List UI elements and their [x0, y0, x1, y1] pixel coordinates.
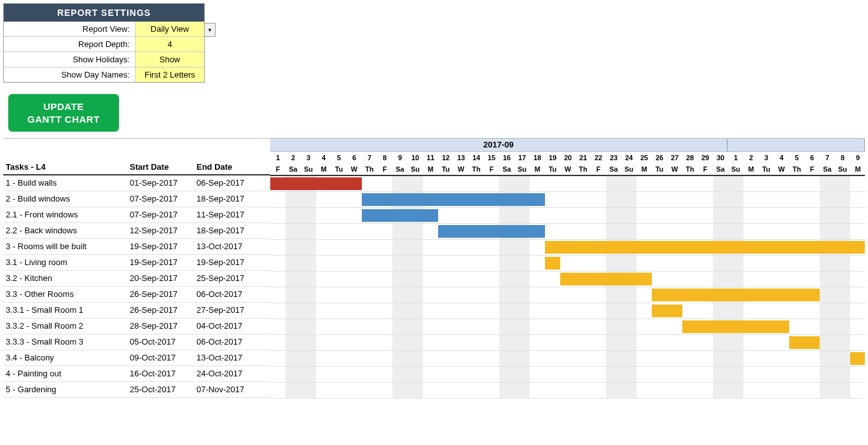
gantt-bar[interactable] [652, 305, 682, 317]
gantt-bar[interactable] [362, 193, 545, 206]
day-bg [286, 383, 301, 398]
gantt-bar[interactable] [438, 225, 545, 238]
day-bg [301, 192, 316, 207]
day-bg [698, 383, 713, 398]
day-bg [850, 192, 865, 207]
day-bg [774, 383, 789, 398]
day-name: F [270, 163, 286, 176]
day-bg [560, 303, 575, 318]
task-row: 3 - Rooms will be built19-Sep-201713-Oct… [3, 239, 270, 255]
day-bg [392, 224, 408, 239]
month-label-next [727, 139, 865, 151]
day-bg [713, 208, 728, 223]
day-bg [362, 287, 377, 303]
day-bg [621, 224, 637, 239]
col-header-task: Tasks - L4 [3, 162, 130, 174]
day-bg [301, 287, 316, 303]
update-gantt-button[interactable]: UPDATE GANTT CHART [8, 94, 119, 132]
day-bg [774, 367, 789, 382]
day-bg [469, 383, 484, 398]
day-bg [270, 224, 286, 239]
day-bg [377, 287, 392, 303]
gantt-bar[interactable] [560, 273, 652, 285]
day-bg [789, 224, 804, 239]
day-bg [560, 287, 575, 303]
task-end: 25-Sep-2017 [196, 271, 270, 286]
day-bg [499, 367, 514, 382]
day-bg [621, 351, 637, 366]
day-bg [362, 224, 377, 239]
day-bg [560, 256, 575, 271]
day-number: 20 [560, 152, 575, 163]
day-bg [347, 224, 362, 239]
day-bg [652, 351, 667, 366]
day-bg [789, 192, 804, 207]
day-bg [804, 351, 820, 366]
day-name: M [530, 163, 545, 176]
day-bg [621, 319, 637, 334]
day-number: 18 [530, 152, 545, 163]
day-bg [347, 367, 362, 382]
day-name: Sa [820, 163, 835, 176]
day-bg [530, 287, 545, 303]
gantt-bar[interactable] [652, 289, 820, 301]
day-bg [804, 224, 820, 239]
day-bg [804, 192, 820, 207]
day-bg [698, 256, 713, 271]
gantt-bar[interactable] [270, 177, 362, 190]
gantt-bar[interactable] [850, 352, 865, 365]
day-name: W [667, 163, 682, 176]
day-bg [621, 208, 637, 223]
day-number: 16 [499, 152, 514, 163]
day-bg [698, 271, 713, 287]
gantt-bar-row [270, 287, 865, 303]
gantt-bar[interactable] [362, 209, 438, 222]
settings-value[interactable]: Daily View▼ [135, 22, 204, 36]
day-bg [286, 319, 301, 334]
day-bg [392, 287, 408, 303]
day-bg [331, 208, 347, 223]
day-bg [484, 303, 499, 318]
day-bg [652, 383, 667, 398]
day-bg [270, 192, 286, 207]
settings-value[interactable]: 4 [135, 37, 204, 51]
day-bg [682, 176, 698, 191]
day-bg [408, 287, 423, 303]
gantt-bar[interactable] [545, 257, 560, 270]
day-bg [530, 319, 545, 334]
settings-value[interactable]: Show [135, 52, 204, 67]
day-name: Sa [286, 163, 301, 176]
gantt-bar[interactable] [789, 336, 820, 349]
day-bg [560, 208, 575, 223]
day-bg [438, 303, 453, 318]
settings-value[interactable]: First 2 Letters [135, 67, 204, 82]
day-bg [362, 319, 377, 334]
task-start: 16-Oct-2017 [130, 366, 196, 381]
day-bg [453, 335, 469, 350]
day-bg [301, 271, 316, 287]
day-bg [286, 287, 301, 303]
gantt-bar-row [270, 351, 865, 367]
day-number: 12 [438, 152, 453, 163]
day-bg [286, 367, 301, 382]
day-bg [804, 303, 820, 318]
day-bg [575, 224, 591, 239]
day-bg [301, 383, 316, 398]
day-bg [621, 192, 637, 207]
gantt-container: Tasks - L4 Start Date End Date 1 - Build… [3, 138, 865, 399]
task-end: 19-Sep-2017 [196, 255, 270, 270]
chevron-down-icon[interactable]: ▼ [204, 23, 216, 37]
gantt-bar[interactable] [682, 320, 789, 333]
gantt-bar[interactable] [545, 241, 865, 254]
day-bg [560, 176, 575, 191]
task-name: 3.3.2 - Small Room 2 [3, 318, 130, 334]
day-bg [377, 176, 392, 191]
day-bg [789, 367, 804, 382]
day-bg [835, 319, 850, 334]
day-bg [560, 224, 575, 239]
day-bg [270, 335, 286, 350]
gantt-bar-row [270, 383, 865, 399]
day-bg [667, 335, 682, 350]
day-bg [331, 303, 347, 318]
day-bg [514, 176, 530, 191]
